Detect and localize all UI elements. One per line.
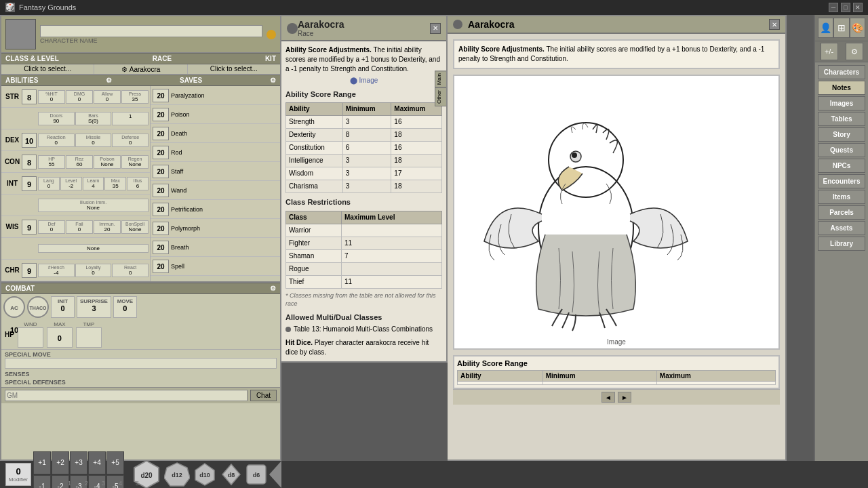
dice-buttons: d20 d12 d10 d8 <box>132 460 267 488</box>
class-shaman: Shaman7 <box>286 249 442 262</box>
gear-icon[interactable]: ⚙ <box>121 66 127 73</box>
plus3-btn[interactable]: +3 <box>70 451 87 474</box>
tmp-box[interactable] <box>76 327 102 348</box>
sidebar-btn-library[interactable]: Library <box>818 237 865 251</box>
race-close-btn[interactable]: ✕ <box>430 23 441 34</box>
char-portrait[interactable] <box>5 19 36 49</box>
maximize-btn[interactable]: □ <box>841 3 850 12</box>
abilities-saves-header: ABILITIES ⚙ SAVES ⚙ <box>1 75 280 86</box>
chat-input[interactable] <box>5 390 248 401</box>
race-intro-bold: Ability Score Adjustments. <box>285 46 372 54</box>
save-spell-box[interactable]: 20 <box>153 260 169 273</box>
save-death-box[interactable]: 20 <box>153 127 169 140</box>
d6-wrapper[interactable]: d6 <box>245 464 267 485</box>
sidebar-btn-characters[interactable]: Characters <box>818 65 865 79</box>
info-panel: Aarakocra ✕ Ability Score Adjustments. T… <box>448 15 787 461</box>
wnd-box[interactable] <box>18 327 43 348</box>
char-name-input[interactable] <box>40 25 262 37</box>
thaco-circle[interactable]: THACO 20 <box>27 296 49 318</box>
image-link[interactable]: ⬤ Image <box>285 76 442 85</box>
race-title: Aarakocra <box>298 19 344 30</box>
save-rod: 20 Rod <box>151 143 280 162</box>
save-pois-box[interactable]: 20 <box>153 108 169 121</box>
init-cell[interactable]: INIT 0 <box>51 296 75 318</box>
str-score[interactable]: 8 <box>22 89 37 104</box>
save-rod-box[interactable]: 20 <box>153 146 169 159</box>
ar-row-empty <box>458 382 776 385</box>
multi-class-text: Table 13: Humanoid Multi-Class Combinati… <box>294 325 433 334</box>
sidebar-btn-encounters[interactable]: Encounters <box>818 174 865 188</box>
wis-score[interactable]: 9 <box>22 220 37 235</box>
minus1-btn[interactable]: -1 <box>33 475 51 489</box>
desc-bold: Ability Score Adjustments. <box>458 45 545 53</box>
sidebar-grid-icon[interactable]: ⊞ <box>833 18 849 38</box>
class-fighter: Fighter11 <box>286 237 442 249</box>
sidebar-plus-icon[interactable]: +/- <box>821 43 838 60</box>
sidebar-person-icon[interactable]: 👤 <box>818 18 833 38</box>
ac-circle[interactable]: AC 10 <box>3 296 25 318</box>
class-rogue: Rogue <box>286 262 442 275</box>
plus5-btn[interactable]: +5 <box>106 451 124 474</box>
save-pois-label: Poison <box>171 111 278 118</box>
sidebar-palette-icon[interactable]: 🎨 <box>850 18 865 38</box>
sidebar-btn-images[interactable]: Images <box>818 96 865 110</box>
prev-arrow[interactable]: ◄ <box>601 392 615 403</box>
con-rez: Rez60 <box>66 155 93 169</box>
plus1-btn[interactable]: +1 <box>33 451 51 474</box>
con-score[interactable]: 8 <box>22 155 37 169</box>
save-wand-box[interactable]: 20 <box>153 184 169 197</box>
dice-tray: 0 Modifier +1 +2 +3 +4 +5 -1 -2 -3 -4 -5 <box>5 451 290 489</box>
save-para-box[interactable]: 20 <box>153 89 169 102</box>
race-cell[interactable]: ⚙ Aarakocra <box>94 64 187 74</box>
dex-score[interactable]: 10 <box>22 133 37 148</box>
info-header: Aarakocra ✕ <box>448 16 785 34</box>
sidebar-btn-items[interactable]: Items <box>818 190 865 204</box>
max-box[interactable]: 0 <box>47 327 73 348</box>
plus4-btn[interactable]: +4 <box>88 451 106 474</box>
tab-main[interactable]: Main <box>435 70 447 87</box>
svg-text:d12: d12 <box>172 472 182 479</box>
sidebar-btn-assets[interactable]: Assets <box>818 221 865 235</box>
info-close-btn[interactable]: ✕ <box>769 19 780 30</box>
minus2-btn[interactable]: -2 <box>52 475 69 489</box>
col-ability: Ability <box>286 103 343 116</box>
chr-loyalty: Loyalty0 <box>75 264 112 277</box>
class-cell[interactable]: Click to select... <box>1 64 94 74</box>
saves-gear[interactable]: ⚙ <box>270 77 276 84</box>
next-arrow[interactable]: ► <box>618 392 631 403</box>
wis-fail: Fail0 <box>66 220 93 234</box>
sidebar-gear-icon[interactable]: ⚙ <box>846 43 863 60</box>
sidebar-btn-story[interactable]: Story <box>818 127 865 142</box>
ar-col-max: Maximum <box>656 371 775 382</box>
char-header: CHARACTER NAME <box>1 16 280 53</box>
tmp-label: TMP <box>76 321 102 327</box>
move-cell[interactable]: MOVE 0 <box>113 296 137 318</box>
save-poly-box[interactable]: 20 <box>153 222 169 235</box>
d12-wrapper[interactable]: d12 <box>164 462 190 487</box>
modifier-display: 0 Modifier <box>5 463 31 486</box>
dex-def: Defense0 <box>112 134 149 147</box>
plus2-btn[interactable]: +2 <box>52 451 69 474</box>
int-score[interactable]: 9 <box>22 176 37 191</box>
sidebar-btn-tables[interactable]: Tables <box>818 112 865 126</box>
combat-gear[interactable]: ⚙ <box>270 285 276 292</box>
save-breath-box[interactable]: 20 <box>153 241 169 254</box>
kit-cell[interactable]: Click to select... <box>188 64 280 74</box>
chat-button[interactable]: Chat <box>250 390 277 401</box>
close-btn[interactable]: ✕ <box>853 3 863 12</box>
race-value: Aarakocra <box>130 66 161 73</box>
d10-wrapper[interactable]: d10 <box>193 462 217 487</box>
sidebar-btn-quests[interactable]: Quests <box>818 143 865 157</box>
d8-wrapper[interactable]: d8 <box>220 463 243 486</box>
tab-other[interactable]: Other <box>435 87 447 106</box>
sidebar-btn-npcs[interactable]: NPCs <box>818 159 865 173</box>
sidebar-btn-notes[interactable]: Notes <box>818 81 865 95</box>
surprise-cell[interactable]: SURPRISE 3 <box>77 296 111 318</box>
minimize-btn[interactable]: ─ <box>829 3 838 12</box>
save-petri-label: Petrification <box>171 206 278 213</box>
chr-score[interactable]: 9 <box>22 263 37 278</box>
sidebar-btn-parcels[interactable]: Parcels <box>818 205 865 220</box>
save-staff-box[interactable]: 20 <box>153 165 169 178</box>
abilities-gear[interactable]: ⚙ <box>106 77 112 84</box>
save-petri-box[interactable]: 20 <box>153 203 169 216</box>
